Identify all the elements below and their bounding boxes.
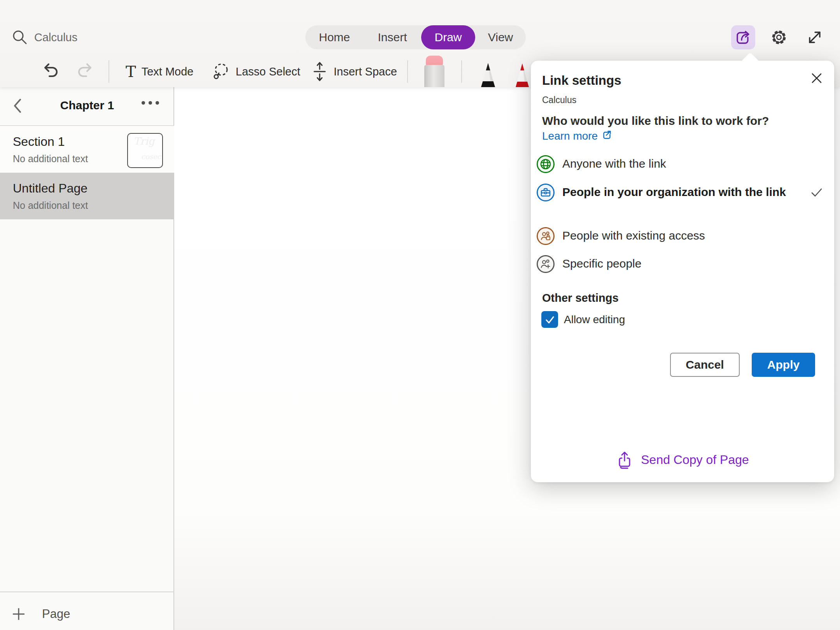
selected-check-icon [810, 187, 823, 198]
insert-space-button[interactable]: Insert Space [311, 59, 397, 84]
question-text: Who would you like this link to work for… [542, 114, 769, 127]
option-existing-access[interactable]: People with existing access [537, 227, 824, 245]
fullscreen-button[interactable] [803, 25, 827, 49]
ribbon-tabs: Home Insert Draw View [305, 25, 526, 49]
apply-button[interactable]: Apply [752, 353, 815, 377]
option-anyone-with-link[interactable]: Anyone with the link [537, 155, 824, 173]
tab-insert[interactable]: Insert [364, 25, 421, 49]
popover-question: Who would you like this link to work for… [542, 114, 791, 144]
undo-icon [41, 61, 60, 82]
page-item-title: Section 1 [13, 135, 65, 149]
popover-title: Link settings [542, 73, 621, 88]
gear-icon [770, 28, 788, 46]
add-page-label: Page [42, 607, 70, 621]
tab-home[interactable]: Home [305, 25, 364, 49]
undo-button[interactable] [41, 61, 60, 83]
link-settings-popover: Link settings Calculus Who would you lik… [531, 61, 834, 482]
briefcase-icon [537, 184, 555, 201]
insert-space-label: Insert Space [334, 65, 397, 78]
people-add-icon [537, 255, 555, 273]
tab-view[interactable]: View [475, 25, 526, 49]
section-more-button[interactable] [142, 101, 159, 105]
send-copy-icon [616, 450, 633, 469]
redo-button[interactable] [76, 61, 95, 83]
search-icon [12, 29, 28, 46]
tab-draw[interactable]: Draw [421, 25, 475, 49]
ellipsis-icon [142, 101, 145, 105]
divider [0, 592, 174, 592]
redo-icon [76, 61, 95, 82]
plus-icon [12, 607, 26, 621]
add-page-button[interactable]: Page [12, 600, 70, 628]
option-label: Specific people [562, 255, 641, 272]
other-settings-heading: Other settings [542, 292, 619, 304]
lasso-select-icon [212, 61, 230, 82]
option-label: Anyone with the link [562, 155, 666, 172]
black-pen-icon [479, 62, 497, 87]
search-bar[interactable]: Calculus [12, 26, 77, 48]
page-item-subtitle: No additional text [13, 200, 88, 211]
red-pen-tool[interactable] [514, 62, 531, 87]
eraser-tool[interactable] [424, 56, 444, 87]
checkmark-icon [543, 313, 556, 326]
toolbar-divider [461, 60, 462, 83]
insert-space-icon [311, 61, 328, 82]
close-icon [810, 71, 824, 85]
eraser-body [424, 65, 444, 87]
onenote-app: Calculus Home Insert Draw View [0, 0, 840, 630]
allow-editing-label: Allow editing [564, 311, 625, 328]
learn-more-link[interactable]: Learn more [542, 130, 598, 142]
option-people-in-org[interactable]: People in your organization with the lin… [537, 184, 824, 201]
send-copy-label: Send Copy of Page [641, 453, 749, 467]
option-label: People with existing access [562, 227, 705, 244]
text-mode-icon: T [126, 64, 136, 79]
option-specific-people[interactable]: Specific people [537, 255, 824, 273]
external-link-icon[interactable] [601, 130, 613, 141]
popover-subtitle: Calculus [542, 95, 576, 105]
page-item-subtitle: No additional text [13, 153, 88, 164]
expand-icon [806, 29, 823, 46]
text-mode-button[interactable]: T Text Mode [126, 61, 193, 82]
globe-icon [537, 155, 555, 173]
sidebar-header: Chapter 1 [0, 87, 174, 125]
people-lock-icon [537, 227, 555, 245]
lasso-select-label: Lasso Select [236, 65, 300, 78]
black-pen-tool[interactable] [479, 62, 497, 87]
toolbar-divider [108, 60, 109, 83]
page-thumbnail: Trig cosec [127, 133, 163, 168]
settings-button[interactable] [767, 25, 791, 49]
top-right-actions [731, 25, 827, 49]
option-label: People in your organization with the lin… [562, 184, 786, 201]
send-copy-button[interactable]: Send Copy of Page [531, 448, 834, 471]
page-item-title: Untitled Page [13, 181, 88, 196]
page-list-item-section1[interactable]: Section 1 No additional text Trig cosec [0, 126, 174, 173]
search-text: Calculus [34, 31, 77, 44]
page-sidebar: Chapter 1 Section 1 No additional text T… [0, 87, 174, 630]
page-list-item-untitled[interactable]: Untitled Page No additional text [0, 173, 174, 219]
share-button[interactable] [731, 25, 755, 49]
red-pen-icon [514, 62, 531, 87]
lasso-select-button[interactable]: Lasso Select [212, 59, 300, 84]
allow-editing-checkbox[interactable] [541, 311, 558, 328]
cancel-button[interactable]: Cancel [670, 353, 740, 377]
toolbar-divider [407, 60, 408, 83]
share-icon [735, 29, 751, 46]
close-button[interactable] [810, 71, 824, 85]
text-mode-label: Text Mode [142, 65, 194, 78]
